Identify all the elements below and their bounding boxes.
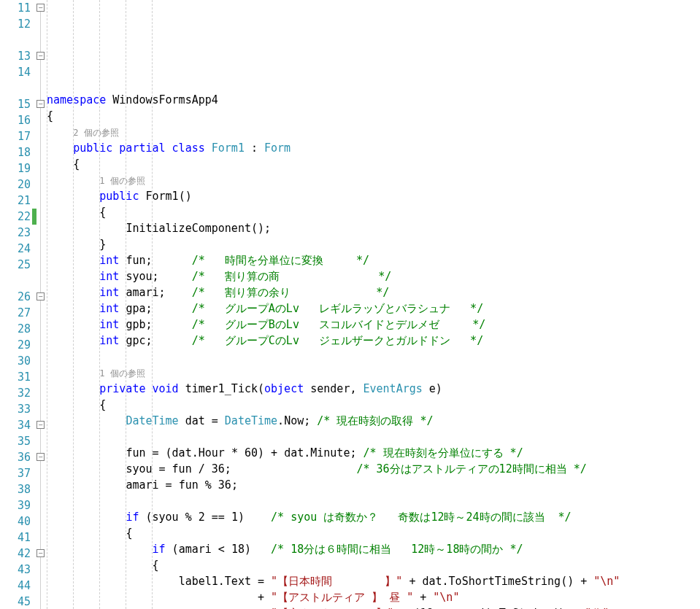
code-line[interactable]: { (47, 397, 700, 413)
fold-column[interactable]: −−−−−−− (36, 0, 47, 609)
codelens-reference[interactable]: 1 個の参照 (47, 172, 700, 188)
code-line[interactable]: int fun; /* 時間を分単位に変換 */ (47, 252, 700, 268)
code-line[interactable]: { (47, 108, 700, 124)
fold-toggle-icon[interactable]: − (36, 453, 45, 461)
code-editor[interactable]: 1112131415161718192021222324252627282930… (0, 0, 700, 609)
codelens-reference[interactable]: 1 個の参照 (47, 365, 700, 381)
code-line[interactable]: label1.Text = "【日本時間 】" + dat.ToShortTim… (47, 573, 700, 589)
fold-toggle-icon[interactable]: − (36, 4, 45, 12)
line-number: 13 (0, 48, 31, 64)
line-number: 17 (0, 128, 31, 144)
code-area[interactable]: namespace WindowsFormsApp4{ 2 個の参照 publi… (47, 0, 700, 609)
code-line[interactable]: + "【夜まであと 】" + (18 - amari).ToString() +… (47, 605, 700, 609)
line-number-gutter: 1112131415161718192021222324252627282930… (0, 0, 32, 609)
line-number: 28 (0, 321, 31, 337)
code-line[interactable]: DateTime dat = DateTime.Now; /* 現在時刻の取得 … (47, 413, 700, 429)
fold-toggle-icon[interactable]: − (36, 292, 45, 300)
code-line[interactable]: syou = fun / 36; /* 36分はアストルティアの12時間に相当 … (47, 461, 700, 477)
line-number: 35 (0, 433, 31, 449)
code-line[interactable]: } (47, 236, 700, 252)
line-number: 27 (0, 305, 31, 321)
line-number: 45 (0, 594, 31, 609)
line-number: 42 (0, 546, 31, 562)
line-number: 16 (0, 112, 31, 128)
line-number: 22 (0, 209, 31, 225)
code-line[interactable]: int syou; /* 割り算の商 */ (47, 268, 700, 284)
code-line[interactable]: { (47, 525, 700, 541)
line-number: 40 (0, 513, 31, 530)
code-line[interactable]: if (amari < 18) /* 18分は６時間に相当 12時～18時の間か… (47, 541, 700, 557)
line-number: 44 (0, 578, 31, 594)
fold-toggle-icon[interactable]: − (36, 421, 45, 429)
codelens-reference[interactable]: 2 個の参照 (47, 124, 700, 140)
line-number: 32 (0, 385, 31, 401)
line-number: 29 (0, 337, 31, 353)
code-line[interactable] (47, 349, 700, 365)
code-line[interactable] (47, 429, 700, 445)
line-number: 20 (0, 177, 31, 193)
line-number: 30 (0, 353, 31, 369)
line-number (0, 273, 31, 289)
code-line[interactable]: int gpb; /* グループBのLv スコルバイドとデルメゼ */ (47, 317, 700, 333)
line-number: 14 (0, 64, 31, 80)
line-number (0, 32, 31, 48)
line-number: 11 (0, 0, 31, 16)
code-line[interactable]: { (47, 204, 700, 220)
line-number: 12 (0, 16, 31, 32)
code-line[interactable]: { (47, 156, 700, 172)
code-line[interactable]: + "【アストルティア 】 昼 " + "\n" (47, 589, 700, 605)
code-line[interactable]: amari = fun % 36; (47, 477, 700, 493)
line-number (0, 80, 31, 96)
code-line[interactable]: InitializeComponent(); (47, 220, 700, 236)
line-number: 24 (0, 241, 31, 257)
code-line[interactable]: int gpc; /* グループCのLv ジェルザークとガルドドン */ (47, 333, 700, 349)
code-line[interactable]: namespace WindowsFormsApp4 (47, 92, 700, 108)
code-line[interactable]: public Form1() (47, 188, 700, 204)
line-number: 31 (0, 369, 31, 385)
line-number: 34 (0, 417, 31, 433)
line-number: 25 (0, 257, 31, 273)
line-number: 41 (0, 530, 31, 546)
code-line[interactable]: int amari; /* 割り算の余り */ (47, 284, 700, 300)
line-number: 26 (0, 289, 31, 305)
line-number: 15 (0, 96, 31, 112)
line-number: 33 (0, 401, 31, 417)
line-number: 21 (0, 193, 31, 209)
code-line[interactable]: private void timer1_Tick(object sender, … (47, 381, 700, 397)
line-number: 37 (0, 465, 31, 481)
line-number: 19 (0, 160, 31, 177)
fold-toggle-icon[interactable]: − (36, 100, 45, 108)
code-line[interactable]: int gpa; /* グループAのLv レギルラッゾとバラシュナ */ (47, 300, 700, 317)
code-line[interactable]: fun = (dat.Hour * 60) + dat.Minute; /* 現… (47, 445, 700, 461)
line-number: 38 (0, 481, 31, 497)
line-number: 39 (0, 497, 31, 513)
line-number: 36 (0, 449, 31, 465)
line-number: 43 (0, 562, 31, 578)
code-line[interactable]: public partial class Form1 : Form (47, 140, 700, 156)
line-number: 23 (0, 225, 31, 241)
fold-toggle-icon[interactable]: − (36, 549, 45, 557)
fold-toggle-icon[interactable]: − (36, 52, 45, 60)
code-line[interactable]: { (47, 557, 700, 573)
line-number: 18 (0, 144, 31, 160)
code-line[interactable]: if (syou % 2 == 1) /* syou は奇数か？ 奇数は12時～… (47, 509, 700, 525)
code-line[interactable] (47, 493, 700, 509)
